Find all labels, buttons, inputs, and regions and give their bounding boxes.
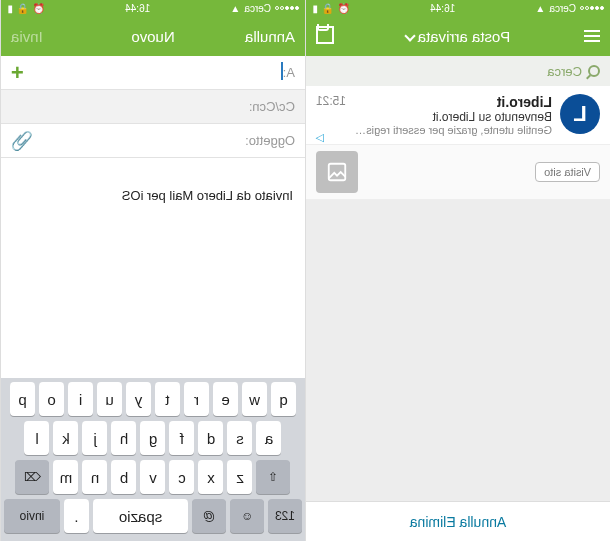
subject-row[interactable]: Oggetto: 📎: [1, 124, 305, 158]
lock-icon: 🔒: [322, 3, 334, 14]
key-s[interactable]: s: [228, 421, 253, 455]
message-list: L Libero.it Benvenuto su Libero.it Genti…: [306, 86, 610, 145]
compose-title: Nuovo: [71, 28, 235, 45]
key-d[interactable]: d: [199, 421, 224, 455]
search-placeholder: Cerca: [547, 64, 582, 79]
key-b[interactable]: b: [112, 460, 137, 494]
key-row-2: asdfghjkl: [4, 421, 302, 455]
search-bar[interactable]: Cerca: [306, 56, 610, 86]
preview-label: Gentile utente, grazie per esserti regis…: [354, 124, 552, 136]
key-j[interactable]: j: [83, 421, 108, 455]
period-key[interactable]: .: [64, 499, 89, 533]
menu-icon[interactable]: [584, 30, 600, 42]
send-button[interactable]: Invia: [11, 28, 71, 45]
key-row-1: qwertyuiop: [4, 382, 302, 416]
attachment-icon[interactable]: 📎: [11, 130, 33, 152]
clock: 16:44: [125, 3, 150, 14]
ad-row: ▷ Visita sito: [306, 145, 610, 200]
wifi-icon: ▲: [535, 3, 545, 14]
battery-icon: ▮: [7, 3, 13, 14]
svg-rect-0: [329, 164, 346, 181]
key-x[interactable]: x: [199, 460, 224, 494]
wifi-icon: ▲: [230, 3, 240, 14]
alarm-icon: ⏰: [33, 3, 45, 14]
key-k[interactable]: k: [54, 421, 79, 455]
key-h[interactable]: h: [112, 421, 137, 455]
time-label: 15:21: [316, 94, 346, 136]
key-c[interactable]: c: [170, 460, 195, 494]
to-label: A:: [283, 65, 295, 80]
key-q[interactable]: q: [271, 382, 296, 416]
subject-label: Oggetto:: [245, 133, 295, 148]
mode-key[interactable]: 123: [268, 499, 302, 533]
inbox-header: Posta arrivata: [306, 16, 610, 56]
signal-icon: [275, 6, 299, 10]
status-bar: Cerca ▲ 16:44 ⏰ 🔒 ▮: [306, 0, 610, 16]
avatar: L: [560, 94, 600, 134]
subject-label: Benvenuto su Libero.it: [354, 110, 552, 124]
compose-screen: Cerca ▲ 16:44 ⏰ 🔒 ▮ Annulla Nuovo Invia …: [0, 0, 305, 541]
ccbcc-label: Cc/Ccn:: [249, 99, 295, 114]
ccbcc-row[interactable]: Cc/Ccn:: [1, 90, 305, 124]
key-f[interactable]: f: [170, 421, 195, 455]
cancel-button[interactable]: Annulla: [235, 28, 295, 45]
compose-header: Annulla Nuovo Invia: [1, 16, 305, 56]
compose-body[interactable]: Inviato da Libero Mail per iOS: [1, 158, 305, 378]
key-o[interactable]: o: [39, 382, 64, 416]
bottom-action[interactable]: Annulla Elimina: [306, 501, 610, 541]
clock: 16:44: [430, 3, 455, 14]
adchoice-icon[interactable]: ▷: [316, 131, 324, 144]
text-cursor: [281, 62, 283, 80]
key-row-3: ⇧ zxcvbnm ⌫: [4, 460, 302, 494]
key-z[interactable]: z: [228, 460, 253, 494]
signal-icon: [580, 6, 604, 10]
key-g[interactable]: g: [141, 421, 166, 455]
emoji-key[interactable]: ☺: [230, 499, 264, 533]
lock-icon: 🔒: [17, 3, 29, 14]
archive-icon[interactable]: [316, 26, 334, 44]
key-a[interactable]: a: [257, 421, 282, 455]
carrier-label: Cerca: [549, 3, 576, 14]
key-w[interactable]: w: [242, 382, 267, 416]
inbox-title[interactable]: Posta arrivata: [376, 28, 540, 45]
keyboard: qwertyuiop asdfghjkl ⇧ zxcvbnm ⌫ 123 ☺ @…: [1, 378, 305, 541]
signature-text: Inviato da Libero Mail per iOS: [13, 188, 293, 203]
status-bar: Cerca ▲ 16:44 ⏰ 🔒 ▮: [1, 0, 305, 16]
key-l[interactable]: l: [25, 421, 50, 455]
key-e[interactable]: e: [213, 382, 238, 416]
battery-icon: ▮: [312, 3, 318, 14]
carrier-label: Cerca: [244, 3, 271, 14]
key-y[interactable]: y: [126, 382, 151, 416]
key-i[interactable]: i: [68, 382, 93, 416]
key-n[interactable]: n: [83, 460, 108, 494]
mic-key[interactable]: @: [192, 499, 226, 533]
space-key[interactable]: spazio: [93, 499, 188, 533]
image-icon: [326, 161, 348, 183]
backspace-key[interactable]: ⌫: [16, 460, 50, 494]
inbox-screen: Cerca ▲ 16:44 ⏰ 🔒 ▮ Posta arrivata Cerca…: [305, 0, 610, 541]
ad-visit-button[interactable]: Visita sito: [535, 162, 600, 182]
search-icon: [588, 65, 600, 77]
sender-label: Libero.it: [354, 94, 552, 110]
empty-area: [306, 200, 610, 501]
key-r[interactable]: r: [184, 382, 209, 416]
key-u[interactable]: u: [97, 382, 122, 416]
key-v[interactable]: v: [141, 460, 166, 494]
key-t[interactable]: t: [155, 382, 180, 416]
message-item[interactable]: L Libero.it Benvenuto su Libero.it Genti…: [306, 86, 610, 145]
alarm-icon: ⏰: [338, 3, 350, 14]
to-row[interactable]: A: +: [1, 56, 305, 90]
return-key[interactable]: invio: [4, 499, 60, 533]
ad-thumbnail[interactable]: [316, 151, 358, 193]
chevron-down-icon: [404, 30, 415, 41]
key-p[interactable]: p: [10, 382, 35, 416]
key-m[interactable]: m: [54, 460, 79, 494]
shift-key[interactable]: ⇧: [257, 460, 291, 494]
add-contact-button[interactable]: +: [11, 60, 24, 86]
